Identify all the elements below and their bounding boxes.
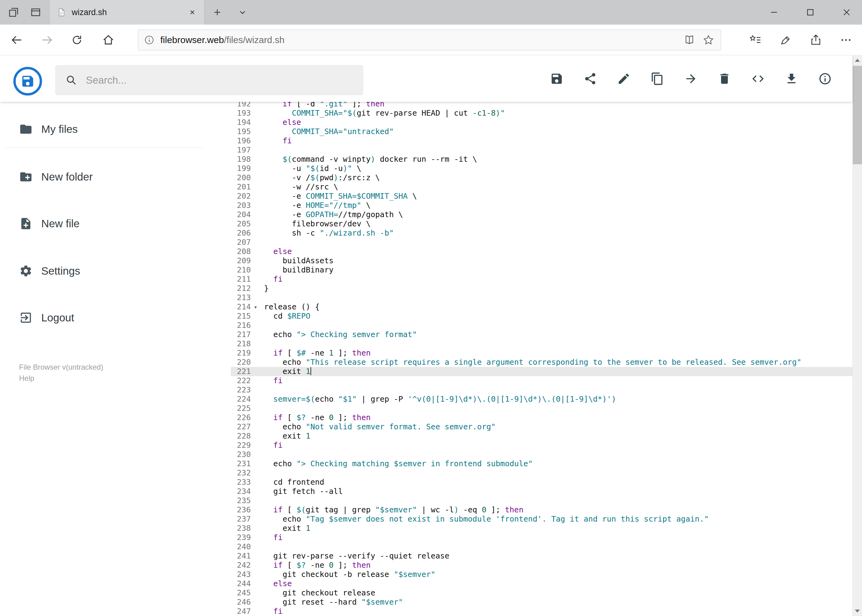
code-line[interactable]: 227 echo "Not valid semver format. See s… bbox=[231, 422, 853, 432]
code-line[interactable]: 226 if [ $? -ne 0 ]; then bbox=[231, 413, 853, 422]
code-line[interactable]: 244 else bbox=[231, 579, 853, 588]
browser-tab[interactable]: wizard.sh bbox=[49, 0, 205, 25]
tab-previews-chevron-icon[interactable] bbox=[236, 6, 249, 19]
save-button[interactable] bbox=[550, 72, 564, 86]
help-link[interactable]: Help bbox=[19, 373, 103, 384]
sidebar-item-logout[interactable]: Logout bbox=[19, 304, 74, 332]
code-line[interactable]: 245 git checkout release bbox=[231, 588, 853, 597]
share-button[interactable] bbox=[583, 72, 597, 86]
code-line[interactable]: 247 fi bbox=[231, 607, 853, 616]
more-icon[interactable] bbox=[839, 33, 853, 47]
minimize-icon[interactable] bbox=[767, 6, 781, 19]
code-line[interactable]: 201 -w //src \ bbox=[231, 182, 853, 192]
code-line[interactable]: 237 echo "Tag $semver does not exist in … bbox=[231, 514, 853, 524]
refresh-icon[interactable] bbox=[70, 33, 84, 47]
code-line[interactable]: 222 fi bbox=[231, 376, 853, 385]
code-line[interactable]: 230 bbox=[231, 450, 853, 459]
url-field[interactable]: filebrowser.web/files/wizard.sh bbox=[138, 30, 721, 50]
code-line[interactable]: 241 git rev-parse --verify --quiet relea… bbox=[231, 552, 853, 561]
code-line[interactable]: 196 fi bbox=[231, 136, 853, 146]
scroll-down-icon[interactable] bbox=[853, 606, 862, 616]
code-line[interactable]: 218 bbox=[231, 339, 853, 349]
code-line[interactable]: 232 bbox=[231, 468, 853, 478]
tabs-set-aside-icon[interactable] bbox=[7, 6, 20, 19]
site-info-icon[interactable] bbox=[144, 35, 155, 46]
code-line[interactable]: 193 COMMIT_SHA="$(git rev-parse HEAD | c… bbox=[231, 108, 853, 118]
code-line[interactable]: 243 git checkout -b release "$semver" bbox=[231, 570, 853, 579]
code-line[interactable]: 211 fi bbox=[231, 275, 853, 284]
close-icon[interactable] bbox=[840, 6, 853, 19]
code-line[interactable]: 197 bbox=[231, 146, 853, 155]
code-line[interactable]: 231 echo "> Checking matching $semver in… bbox=[231, 459, 853, 468]
scrollbar[interactable] bbox=[853, 55, 862, 616]
code-line[interactable]: 234 git fetch --all bbox=[231, 487, 853, 496]
code-line[interactable]: 192 if [ -d ".git" ]; then bbox=[231, 102, 853, 108]
code-line[interactable]: 225 bbox=[231, 404, 853, 413]
code-line[interactable]: 235 bbox=[231, 496, 853, 505]
move-button[interactable] bbox=[684, 72, 698, 86]
sidebar-item-my-files[interactable]: My files bbox=[19, 115, 78, 143]
home-icon[interactable] bbox=[102, 33, 115, 47]
edit-button[interactable] bbox=[617, 72, 631, 86]
code-line[interactable]: 203 -e HOME="//tmp" \ bbox=[231, 201, 853, 210]
code-line[interactable]: 238 exit 1 bbox=[231, 524, 853, 533]
code-line[interactable]: 217 echo "> Checking semver format" bbox=[231, 330, 853, 339]
share-icon[interactable] bbox=[809, 33, 823, 47]
code-line[interactable]: 242 if [ $? -ne 0 ]; then bbox=[231, 561, 853, 570]
code-line[interactable]: 236 if [ $(git tag | grep "$semver" | wc… bbox=[231, 505, 853, 514]
search-input[interactable] bbox=[86, 74, 332, 86]
web-note-pen-icon[interactable] bbox=[779, 33, 793, 47]
code-line[interactable]: 194 else bbox=[231, 118, 853, 127]
code-line[interactable]: 206 sh -c "./wizard.sh -b" bbox=[231, 228, 853, 238]
code-line[interactable]: 199 -u "$(id -u)" \ bbox=[231, 164, 853, 173]
scrollbar-thumb[interactable] bbox=[853, 66, 862, 164]
code-line[interactable]: 239 fi bbox=[231, 533, 853, 542]
code-line[interactable]: 224 semver=$(echo "$1" | grep -P '^v(0|[… bbox=[231, 394, 853, 404]
maximize-icon[interactable] bbox=[804, 6, 817, 19]
forward-icon[interactable] bbox=[40, 33, 54, 47]
code-line[interactable]: 220 echo "This release script requires a… bbox=[231, 358, 853, 367]
sidebar-item-new-file[interactable]: New file bbox=[19, 210, 79, 237]
filebrowser-logo-icon[interactable] bbox=[13, 66, 43, 96]
code-line[interactable]: 228 exit 1 bbox=[231, 432, 853, 441]
code-line[interactable]: 207 bbox=[231, 238, 853, 247]
code-line[interactable]: 233 cd frontend bbox=[231, 478, 853, 487]
sidebar-item-settings[interactable]: Settings bbox=[19, 257, 80, 285]
code-line[interactable]: 198 $(command -v winpty) docker run --rm… bbox=[231, 155, 853, 164]
code-line[interactable]: 223 bbox=[231, 385, 853, 394]
code-line[interactable]: 208 else bbox=[231, 247, 853, 256]
copy-button[interactable] bbox=[650, 72, 664, 86]
code-button[interactable] bbox=[751, 72, 765, 86]
close-tab-icon[interactable] bbox=[187, 7, 198, 17]
code-line[interactable]: 213 bbox=[231, 293, 853, 302]
code-line[interactable]: 240 bbox=[231, 542, 853, 552]
code-line[interactable]: 195 COMMIT_SHA="untracked" bbox=[231, 127, 853, 136]
code-line[interactable]: 205 filebrowser/dev \ bbox=[231, 219, 853, 228]
info-button[interactable] bbox=[818, 72, 832, 86]
code-line[interactable]: 212} bbox=[231, 284, 853, 293]
code-line[interactable]: 221 exit 1 bbox=[231, 367, 853, 376]
back-icon[interactable] bbox=[10, 33, 24, 47]
search-box[interactable] bbox=[55, 65, 363, 95]
code-line[interactable]: 210 buildBinary bbox=[231, 266, 853, 275]
code-line[interactable]: 216 bbox=[231, 321, 853, 330]
code-line[interactable]: 246 git reset --hard "$semver" bbox=[231, 597, 853, 607]
code-editor[interactable]: 192 if [ -d ".git" ]; then193 COMMIT_SHA… bbox=[231, 102, 853, 616]
scroll-up-icon[interactable] bbox=[853, 55, 862, 65]
code-line[interactable]: 202 -e COMMIT_SHA=$COMMIT_SHA \ bbox=[231, 192, 853, 201]
code-line[interactable]: 215 cd $REPO bbox=[231, 311, 853, 321]
hub-icon[interactable] bbox=[749, 33, 762, 47]
code-line[interactable]: 229 fi bbox=[231, 441, 853, 450]
new-tab-icon[interactable] bbox=[211, 6, 224, 19]
tab-preview-icon[interactable] bbox=[29, 6, 43, 19]
code-line[interactable]: 219 if [ $# -ne 1 ]; then bbox=[231, 349, 853, 358]
sidebar-item-new-folder[interactable]: New folder bbox=[19, 163, 93, 191]
code-line[interactable]: 204 -e GOPATH=//tmp/gopath \ bbox=[231, 210, 853, 219]
download-button[interactable] bbox=[785, 72, 799, 86]
code-line[interactable]: 200 -v /$(pwd):/src:z \ bbox=[231, 173, 853, 182]
fold-marker-icon[interactable]: ▾ bbox=[251, 302, 260, 311]
code-line[interactable]: 214▾release () { bbox=[231, 302, 853, 311]
code-line[interactable]: 209 buildAssets bbox=[231, 256, 853, 266]
reading-view-icon[interactable] bbox=[682, 33, 696, 47]
delete-button[interactable] bbox=[717, 72, 731, 86]
